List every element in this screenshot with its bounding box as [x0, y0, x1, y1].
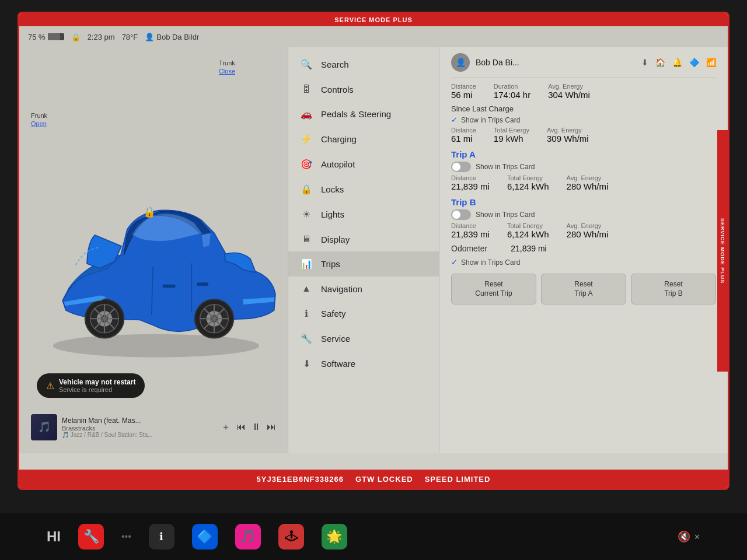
nav-item-search[interactable]: 🔍 Search: [288, 52, 439, 77]
warning-icon: ⚠: [46, 380, 54, 391]
nav-label-safety: Safety: [321, 309, 346, 318]
left-panel: Trunk Close Frunk Open: [19, 47, 288, 453]
nav-item-locks[interactable]: 🔒 Locks: [288, 177, 439, 202]
nav-icon-search: 🔍: [300, 59, 313, 70]
last-charge-total-energy: Total Energy 19 kWh: [494, 127, 529, 144]
nav-icon-software: ⬇: [300, 358, 313, 369]
home-icon: 🏠: [655, 58, 665, 67]
temp-display: 78°F: [122, 33, 138, 41]
reset-current-trip-button[interactable]: ResetCurrent Trip: [451, 274, 536, 304]
profile-avatar: 👤: [451, 53, 470, 72]
odometer-checkbox-row[interactable]: ✓ Show in Trips Card: [451, 258, 716, 267]
svg-text:⚡: ⚡: [278, 284, 282, 302]
trip-a-total-energy: Total Energy 6,124 kWh: [507, 174, 549, 191]
trip-a-toggle-row[interactable]: Show in Trips Card: [451, 162, 716, 172]
lifetime-duration: Duration 174:04 hr: [494, 83, 530, 100]
right-panel: 👤 Bob Da Bi... ⬇ 🏠 🔔 🔷 📶 Distance 56 mi: [439, 47, 728, 453]
main-content: Trunk Close Frunk Open: [19, 47, 728, 453]
svg-rect-3: [163, 285, 176, 288]
nav-item-controls[interactable]: 🎛 Controls: [288, 77, 439, 102]
user-display: 👤 Bob Da Bildr: [145, 33, 199, 41]
volume-x-icon[interactable]: ✕: [694, 533, 700, 541]
info-icon[interactable]: ℹ: [149, 524, 174, 550]
nav-item-service[interactable]: 🔧 Service: [288, 326, 439, 351]
nav-icon-pedals: 🚗: [300, 108, 313, 120]
trip-b-toggle[interactable]: [451, 209, 471, 220]
lifetime-stats-row: Distance 56 mi Duration 174:04 hr Avg. E…: [451, 83, 716, 100]
nav-label-pedals: Pedals & Steering: [321, 109, 391, 119]
battery-bar: [48, 33, 64, 40]
service-mode-side-label: SERVICE MODE PLUS: [717, 130, 728, 372]
hi-label: HI: [47, 528, 61, 545]
nav-icon-navigation: ▲: [300, 284, 313, 294]
nav-icon-autopilot: 🎯: [300, 159, 313, 170]
bluetooth-taskbar-icon[interactable]: 🔷: [192, 524, 218, 550]
reset-trip-b-button[interactable]: ResetTrip B: [631, 274, 716, 304]
taskbar: HI 🔧 ••• ℹ 🔷 🎵 🕹 🌟 🔇 ✕: [0, 513, 747, 560]
add-button[interactable]: ＋: [221, 421, 231, 433]
last-charge-distance: Distance 61 mi: [451, 127, 476, 144]
music-taskbar-icon[interactable]: 🎵: [235, 524, 261, 550]
checkmark-icon: ✓: [451, 116, 458, 124]
status-bar: 75 % 🔒 2:23 pm 78°F 👤 Bob Da Bildr: [19, 26, 728, 47]
since-last-charge-checkbox-row[interactable]: ✓ Show in Trips Card: [451, 116, 716, 124]
last-charge-stats: Distance 61 mi Total Energy 19 kWh Avg. …: [451, 127, 716, 144]
nav-label-software: Software: [321, 359, 355, 369]
lifetime-distance: Distance 56 mi: [451, 83, 476, 100]
next-button[interactable]: ⏭: [267, 422, 276, 432]
wrench-tool-icon[interactable]: 🔧: [78, 524, 104, 550]
nav-icon-display: 🖥: [300, 234, 313, 244]
trip-a-distance: Distance 21,839 mi: [451, 174, 490, 191]
artist-name: Brasstracks: [62, 425, 217, 432]
pause-button[interactable]: ⏸: [252, 422, 261, 432]
trip-b-toggle-row[interactable]: Show in Trips Card: [451, 209, 716, 220]
nav-label-display: Display: [321, 235, 350, 244]
bell-icon: 🔔: [672, 58, 682, 67]
station-name: 🎵 Jazz / R&B / Soul Station: Sta...: [62, 432, 217, 438]
nav-item-charging[interactable]: ⚡ Charging: [288, 127, 439, 152]
warning-banner: ⚠ Vehicle may not restart Service is req…: [37, 373, 145, 398]
trip-b-distance: Distance 21,839 mi: [451, 222, 490, 239]
battery-status: 75 %: [28, 33, 64, 41]
prev-button[interactable]: ⏮: [236, 422, 246, 432]
trip-a-toggle[interactable]: [451, 162, 471, 172]
trip-b-stats: Distance 21,839 mi Total Energy 6,124 kW…: [451, 222, 716, 239]
track-name: Melanin Man (feat. Mas...: [62, 416, 217, 425]
trunk-label[interactable]: Trunk Close: [219, 59, 235, 76]
warning-text: Vehicle may not restart Service is requi…: [59, 378, 135, 393]
reset-trip-a-button[interactable]: ResetTrip A: [541, 274, 626, 304]
lifetime-avg-energy: Avg. Energy 304 Wh/mi: [548, 83, 590, 100]
nav-item-lights[interactable]: ☀ Lights: [288, 202, 439, 227]
nav-item-safety[interactable]: ℹ Safety: [288, 301, 439, 326]
nav-item-trips[interactable]: 📊 Trips: [288, 251, 439, 276]
nav-icon-charging: ⚡: [300, 134, 313, 145]
nav-item-display[interactable]: 🖥 Display: [288, 227, 439, 251]
svg-point-0: [53, 334, 260, 358]
nav-item-pedals[interactable]: 🚗 Pedals & Steering: [288, 102, 439, 127]
game-green-icon[interactable]: 🌟: [322, 524, 347, 550]
since-last-charge-header: Since Last Charge: [451, 104, 716, 113]
svg-rect-4: [197, 282, 208, 286]
game-red-icon[interactable]: 🕹: [278, 524, 304, 550]
odometer-checkmark: ✓: [451, 258, 458, 267]
nav-item-autopilot[interactable]: 🎯 Autopilot: [288, 152, 439, 177]
vin-display: 5YJ3E1EB6NF338266: [257, 475, 344, 484]
odometer-row: Odometer 21,839 mi: [451, 244, 716, 253]
download-icon: ⬇: [641, 58, 648, 67]
music-controls[interactable]: ＋ ⏮ ⏸ ⏭: [221, 421, 276, 433]
nav-item-software[interactable]: ⬇ Software: [288, 351, 439, 376]
volume-control[interactable]: 🔇 ✕: [678, 530, 700, 543]
nav-label-controls: Controls: [321, 85, 354, 94]
nav-label-autopilot: Autopilot: [321, 159, 355, 169]
trip-b-header: Trip B: [451, 197, 716, 207]
lock-icon: 🔒: [71, 33, 81, 41]
last-charge-avg-energy: Avg. Energy 309 Wh/mi: [547, 127, 589, 144]
nav-icon-lights: ☀: [300, 209, 313, 220]
signal-icon: 📶: [706, 58, 716, 67]
nav-label-navigation: Navigation: [321, 284, 362, 294]
nav-item-navigation[interactable]: ▲ Navigation: [288, 276, 439, 301]
speed-status: SPEED LIMITED: [425, 475, 491, 484]
nav-label-charging: Charging: [321, 134, 357, 144]
dots-icon[interactable]: •••: [121, 531, 131, 542]
nav-label-lights: Lights: [321, 209, 344, 219]
